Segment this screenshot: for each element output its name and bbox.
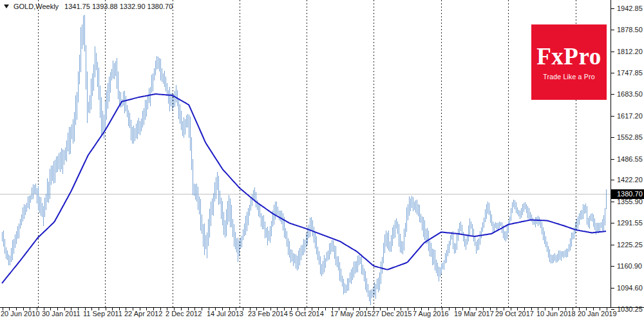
y-axis-label: 1422.20 — [617, 176, 643, 184]
y-axis-label: 1747.85 — [617, 69, 643, 77]
x-axis-label: 5 Oct 2014 — [289, 310, 324, 317]
y-axis-label: 1030.25 — [617, 305, 643, 313]
x-axis-label: 20 Jan 2019 — [578, 310, 617, 317]
y-axis-label: 1812.20 — [617, 48, 643, 55]
x-axis-label: 29 Oct 2017 — [495, 310, 534, 317]
y-axis-ticks — [611, 9, 615, 310]
price-bars — [3, 15, 607, 305]
x-axis-label: 23 Feb 2014 — [248, 310, 288, 317]
y-axis-label: 1094.60 — [617, 284, 643, 292]
collapse-quote-icon[interactable] — [4, 5, 9, 8]
y-axis-label: 1683.50 — [617, 90, 643, 98]
mt4-gold-weekly-chart: 1942.851878.501812.201747.851683.501617.… — [0, 0, 644, 322]
year-separators — [39, 0, 576, 307]
x-axis-labels: 20 Jun 201030 Jan 201111 Sep 201122 Apr … — [1, 310, 617, 317]
y-axis-label: 1878.50 — [617, 26, 643, 33]
x-axis-label: 11 Sep 2011 — [83, 310, 122, 317]
y-axis-label: 1355.90 — [617, 198, 643, 205]
x-axis-label: 14 Jul 2013 — [207, 310, 243, 317]
x-axis-label: 20 Jun 2010 — [1, 310, 40, 317]
y-axis-label: 1486.55 — [617, 155, 643, 163]
symbol-label: GOLD,Weekly — [14, 3, 59, 10]
y-axis-label: 1942.85 — [617, 5, 643, 12]
x-axis-label: 30 Jan 2011 — [42, 310, 80, 317]
fxpro-logo-tagline: Trade Like a Pro — [543, 73, 594, 80]
quote-ohlc-values: 1341.75 1393.88 1332.90 1380.70 — [64, 3, 173, 10]
y-axis-label: 1617.20 — [617, 112, 643, 120]
quote-header: GOLD,Weekly 1341.75 1393.88 1332.90 1380… — [4, 3, 173, 10]
y-axis-label: 1160.90 — [617, 262, 642, 270]
x-axis-label: 2 Dec 2012 — [166, 310, 202, 317]
x-axis-label: 19 Mar 2017 — [454, 310, 494, 317]
y-axis-label: 1225.25 — [617, 241, 643, 249]
x-axis-label: 17 May 2015 — [330, 310, 372, 317]
x-axis-label: 22 Apr 2012 — [124, 310, 162, 317]
current-price-label: 1380.70 — [617, 190, 643, 198]
x-axis-label: 27 Dec 2015 — [372, 310, 412, 317]
y-axis-labels: 1942.851878.501812.201747.851683.501617.… — [617, 5, 643, 313]
y-axis-label: 1291.55 — [617, 219, 643, 227]
x-axis-label: 10 Jun 2018 — [536, 310, 576, 317]
y-axis-label: 1552.85 — [617, 133, 643, 141]
x-axis-label: 7 Aug 2016 — [413, 310, 449, 317]
fxpro-logo-brand: FxPro — [536, 44, 601, 68]
current-price-box: 1380.70 — [611, 189, 644, 199]
fxpro-logo: FxPro Trade Like a Pro — [531, 24, 607, 100]
